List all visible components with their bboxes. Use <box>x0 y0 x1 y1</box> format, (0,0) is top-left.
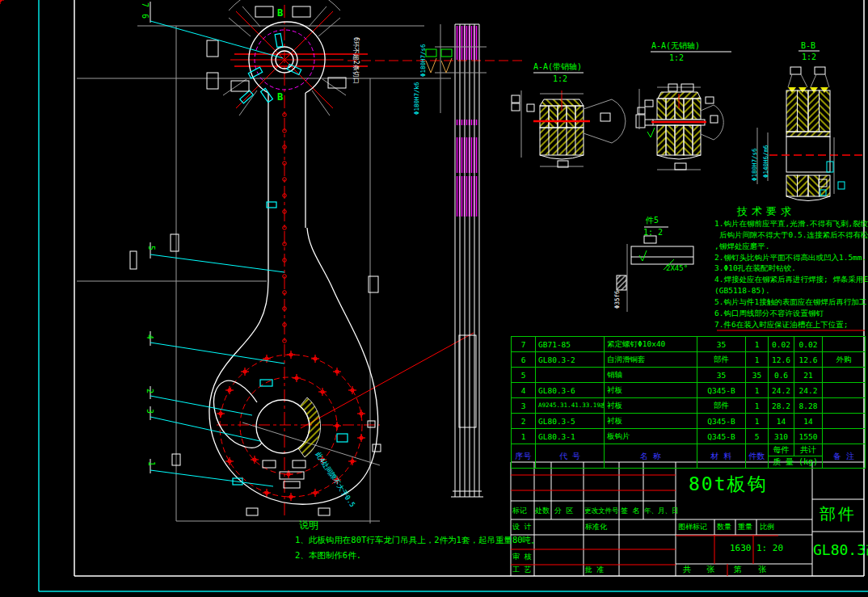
strip-fit-top: Φ180H7/s6 <box>420 44 427 77</box>
rev-header-date: 年、月、日 <box>644 507 679 515</box>
table-row: 6GL80.3-2自润滑铜套部件112.612.6外购 <box>512 352 866 368</box>
balloon-3: 3 <box>145 409 154 414</box>
notes-line1: 1、此板钩用在80T行车龙门吊具上，2件为1套，起吊重量80吨。 <box>295 536 540 544</box>
section-aa-pin <box>512 73 626 167</box>
tech-line: 5.钩片与件1接触的表面应在铆焊后再行加工. <box>714 298 868 306</box>
rev-header-sign: 签 名 <box>621 507 639 515</box>
balloon-5: 5 <box>147 246 155 250</box>
drawing-number: GL80.3改 <box>813 543 868 557</box>
balloon-2: 2 <box>145 389 154 393</box>
sheet-total-label: 共 <box>683 565 691 574</box>
role-approve: 批 准 <box>585 566 604 574</box>
sheet-frame <box>39 0 868 591</box>
drawing-title: 80t板钩 <box>689 475 768 494</box>
label-detail5-scale: 1: 2 <box>643 229 663 237</box>
stamp-scale: 比例 <box>760 523 774 531</box>
rev-header-count: 处数 <box>535 507 550 515</box>
label-section-bb: B-B <box>801 42 815 50</box>
sheet-no-label: 第 <box>734 565 742 574</box>
tech-line: 6.钩口周线部分不容许设置铆钉 <box>714 309 824 317</box>
sheet-label: 张 <box>706 565 714 574</box>
detail5-chamfer-note: 2X45° <box>666 265 688 272</box>
stamp-scale-value: 1: 20 <box>756 544 783 553</box>
section-letter-b-top: B <box>277 8 283 18</box>
notes-line2: 2、本图制作6件. <box>295 551 361 560</box>
label-section-aa-pin-scale: 1:2 <box>553 75 567 83</box>
role-process: 工 艺 <box>512 566 531 574</box>
table-row: 1GL80.3-1板钩片Q345-B53101550 <box>512 429 866 444</box>
label-section-aa-pin: A-A(带销轴) <box>533 63 582 71</box>
section-bb <box>757 51 865 201</box>
balloon-4: 4 <box>145 334 154 339</box>
tech-requirements-title: 技术要求 <box>737 206 795 217</box>
notes-title: 说明 <box>299 520 318 530</box>
table-row: 7GB71-85紧定螺钉Φ10x403510.020.02 <box>512 337 866 352</box>
tech-line: 后钩片间隙不得大于0.5.连接紧后不得有松动 <box>719 231 868 239</box>
tech-line: ,铆焊处应磨平. <box>714 242 769 250</box>
doc-type: 部件 <box>820 506 857 522</box>
bom-table: 7GB71-85紧定螺钉Φ10x403510.020.02 6GL80.3-2自… <box>511 336 866 469</box>
bb-fit-inner: Φ140H6/m6 <box>763 145 769 178</box>
sheet-label2: 张 <box>758 565 766 574</box>
role-standardization: 标准化 <box>585 523 607 531</box>
rev-header-docno: 更改文件号 <box>584 507 619 515</box>
hook-main-view <box>0 0 524 519</box>
table-row: 2GL80.3-5衬板Q345-B11414 <box>512 414 866 429</box>
label-section-bb-scale: 1:2 <box>802 53 816 61</box>
label-section-aa-nopin: A-A(无销轴) <box>651 42 700 50</box>
stamp-weight: 重量 <box>738 523 752 531</box>
table-row: 5销轴35350.621 <box>512 368 866 383</box>
tech-line: 3.Φ10孔在装配时钻铰. <box>714 264 796 272</box>
tech-line: 2.铆钉头比钩片平面不得高出或凹入1.5mm. <box>714 254 866 262</box>
balloon-7: 7 <box>141 2 149 7</box>
balloon-1: 1 <box>147 461 155 466</box>
tech-line: (GB5118-85). <box>714 287 770 295</box>
role-audit: 审 核 <box>512 553 531 561</box>
rivet-outlines <box>233 34 348 485</box>
tech-line: 1.钩片在铆前应平直,光滑.不得有飞刺,裂纹,铆 <box>714 220 868 228</box>
rev-header-mark: 标记 <box>512 507 527 515</box>
table-row: 4GL80.3-6衬板Q345-B124.224.2 <box>512 383 866 398</box>
stamp-qty: 数量 <box>717 523 731 531</box>
tech-line: 7.件6在装入时应保证油槽在上下位置; <box>714 321 848 329</box>
bom-header-row: 序号 代 号 名 称 材 料 件数 每件 共计 备 注 <box>512 444 866 456</box>
stamp-weight-value: 1630 <box>730 544 752 553</box>
strip-fit-side: Φ180H7/k6 <box>414 82 420 115</box>
tech-line: 4.焊接处应在铆紧后再进行焊接; 焊条采用E50 <box>714 275 868 284</box>
balloon-6: 6 <box>141 14 149 19</box>
detail5-shaft-dim: Φ35f6 <box>614 290 621 309</box>
dim-boxes <box>130 6 381 515</box>
bb-fit-outer: Φ180H7/s6 <box>752 148 758 181</box>
stamp-mark: 图样标记 <box>678 523 707 531</box>
strip-side-view <box>426 24 487 497</box>
section-letter-b-bottom: B <box>277 92 283 102</box>
rev-header-zone: 分 区 <box>554 507 573 515</box>
title-block-grid <box>511 462 864 576</box>
head-vertical-note: 6环不超2条切口 <box>352 37 359 84</box>
cad-drawing-sheet: 7 6 5 4 2 3 1 B B 6环不超2条切口 此4处间隙不大于0.5 Φ… <box>0 0 868 597</box>
section-aa-nopin <box>636 52 731 170</box>
label-detail5: 件5 <box>646 217 659 225</box>
table-row: 3A9245.31.41.33.19改衬板部件128.28.28 <box>512 398 866 414</box>
role-design: 设 计 <box>512 523 531 531</box>
label-section-aa-nopin-scale: 1:2 <box>669 54 684 62</box>
